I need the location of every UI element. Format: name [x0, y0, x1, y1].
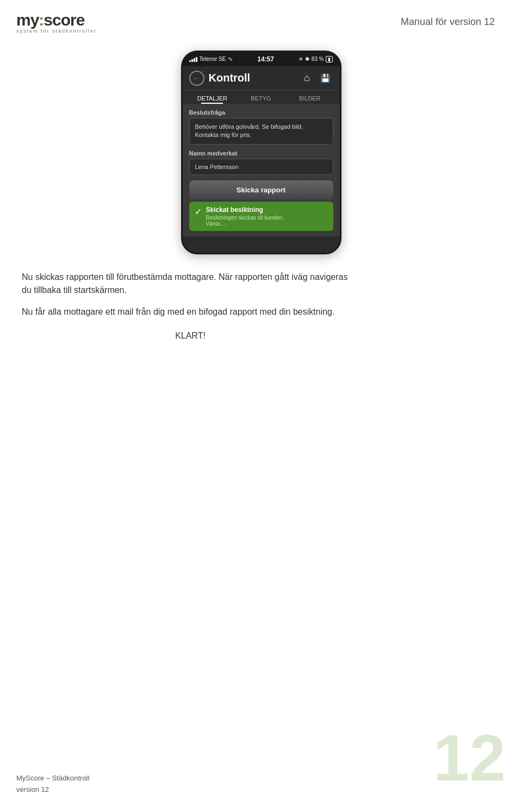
- beslutsfraaga-label: Beslutsfråga: [189, 109, 333, 116]
- battery-level: 83 %: [312, 56, 324, 62]
- send-button[interactable]: Skicka rapport ✓ Skickat besiktning Besi…: [189, 180, 333, 231]
- bluetooth-icon: ✱: [305, 56, 309, 62]
- carrier-name: Telenor SE: [200, 56, 226, 62]
- send-button-label: Skicka rapport: [237, 186, 285, 194]
- success-overlay: ✓ Skickat besiktning Besiktningen skicka…: [189, 202, 333, 231]
- status-bar: Telenor SE ∿ 14:57 ✳ ✱ 83 % ▮: [183, 52, 340, 66]
- footer-left: MyScore – Städkontroll version 12: [16, 773, 89, 796]
- phone-bottom: [183, 236, 340, 253]
- signal-bars: [189, 57, 197, 62]
- save-icon[interactable]: 💾: [318, 71, 333, 86]
- success-sub1: Besiktningen skickas till kunden.: [206, 215, 284, 221]
- home-icon[interactable]: ⌂: [300, 71, 315, 86]
- logo-brand: my:score: [16, 11, 97, 29]
- page-header: my:score system för städkontroller Manua…: [0, 0, 522, 34]
- footer-company: MyScore – Städkontroll: [16, 773, 89, 784]
- namn-medverkat-value: Lena Pettersson: [189, 159, 333, 175]
- status-time: 14:57: [257, 55, 274, 63]
- screen-title: Kontroll: [209, 72, 300, 84]
- success-title: Skickat besiktning: [206, 206, 284, 214]
- tab-bilder[interactable]: BILDER: [285, 91, 334, 104]
- paragraph1: Nu skickas rapporten till förutbestämda …: [22, 271, 359, 297]
- phone-mockup: Telenor SE ∿ 14:57 ✳ ✱ 83 % ▮ ← Kontroll…: [181, 51, 341, 254]
- namn-medverkat-label: Namn medverkat: [189, 150, 333, 157]
- tab-detaljer[interactable]: DETALJER: [188, 91, 237, 104]
- footer: MyScore – Städkontroll version 12 12: [0, 773, 522, 796]
- wifi-icon: ∿: [228, 55, 233, 63]
- nav-bar: ← Kontroll ⌂ 💾: [183, 66, 340, 90]
- klart-text: KLART!: [22, 329, 359, 342]
- footer-version: version 12: [16, 784, 89, 796]
- tab-betyg[interactable]: BETYG: [237, 91, 285, 104]
- logo-tagline: system för städkontroller: [16, 29, 97, 34]
- paragraph2: Nu får alla mottagare ett mail från dig …: [22, 305, 359, 318]
- back-button[interactable]: ←: [189, 71, 204, 86]
- body-text: Nu skickas rapporten till förutbestämda …: [0, 254, 381, 342]
- check-icon: ✓: [195, 207, 202, 217]
- success-text: Skickat besiktning Besiktningen skickas …: [206, 206, 284, 227]
- logo: my:score system för städkontroller: [16, 11, 97, 34]
- status-right: ✳ ✱ 83 % ▮: [299, 56, 333, 63]
- tab-bar: DETALJER BETYG BILDER: [183, 90, 340, 104]
- battery-icon: ▮: [326, 56, 333, 63]
- beslutsfraaga-value: Behöver utföra golvvård. Se bifogad bild…: [189, 118, 333, 145]
- phone-area: Telenor SE ∿ 14:57 ✳ ✱ 83 % ▮ ← Kontroll…: [0, 51, 522, 254]
- settings-icon: ✳: [299, 56, 303, 62]
- form-content: Beslutsfråga Behöver utföra golvvård. Se…: [183, 104, 340, 236]
- status-left: Telenor SE ∿: [189, 55, 233, 63]
- footer-page-number: 12: [433, 725, 506, 790]
- manual-title: Manual för version 12: [401, 16, 500, 28]
- success-sub2: Vänta....: [206, 221, 284, 227]
